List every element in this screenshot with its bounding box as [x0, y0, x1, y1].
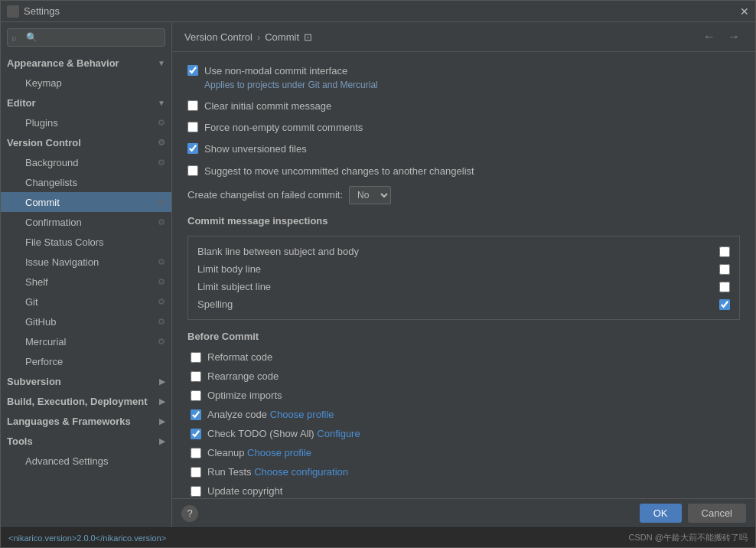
sidebar-item-plugins[interactable]: Plugins ⚙ [1, 113, 171, 132]
close-button[interactable]: ✕ [740, 5, 749, 18]
analyze-checkbox[interactable] [191, 409, 201, 420]
sidebar-item-build[interactable]: Build, Execution, Deployment ▶ [1, 391, 171, 411]
settings-icon: ⚙ [158, 257, 165, 267]
nav-back-button[interactable]: ← [700, 28, 719, 45]
settings-icon: ⚙ [158, 317, 165, 327]
titlebar-left: Settings [7, 5, 60, 18]
help-button[interactable]: ? [181, 505, 198, 522]
sidebar-item-keymap[interactable]: Keymap [1, 73, 171, 93]
before-reformat: Reformat code [187, 351, 740, 363]
sidebar-item-git[interactable]: Git ⚙ [1, 292, 171, 312]
sidebar-item-perforce[interactable]: Perforce [1, 351, 171, 371]
nav-forward-button[interactable]: → [725, 28, 743, 45]
sidebar-item-issue-navigation[interactable]: Issue Navigation ⚙ [1, 252, 171, 272]
suggest-move-label: Suggest to move uncommitted changes to a… [204, 165, 474, 178]
sidebar-item-appearance[interactable]: Appearance & Behavior ▼ [1, 53, 171, 73]
blank-line-checkbox[interactable] [719, 246, 730, 257]
before-cleanup: Cleanup Choose profile [187, 447, 740, 458]
inspection-blank-line: Blank line between subject and body [197, 243, 730, 260]
bottom-bar: <nikarico.version>2.0.0</nikarico.versio… [1, 527, 755, 547]
checkbox-show-unversioned: Show unversioned files [187, 142, 740, 156]
sidebar-item-background[interactable]: Background ⚙ [1, 152, 171, 172]
sidebar-item-languages[interactable]: Languages & Frameworks ▶ [1, 411, 171, 431]
ok-button[interactable]: OK [640, 504, 682, 523]
clear-initial-checkbox[interactable] [187, 100, 198, 111]
inspections-block: Blank line between subject and body Limi… [187, 236, 740, 320]
sidebar-item-file-status-colors[interactable]: File Status Colors [1, 232, 171, 252]
sidebar-item-github[interactable]: GitHub ⚙ [1, 312, 171, 331]
check-todo-checkbox[interactable] [191, 429, 201, 439]
breadcrumb-icon: ⊡ [304, 31, 312, 43]
breadcrumb: Version Control › Commit ⊡ [184, 31, 312, 43]
limit-body-checkbox[interactable] [719, 264, 730, 275]
breadcrumb-parent: Version Control [184, 31, 253, 43]
sidebar-item-editor[interactable]: Editor ▼ [1, 93, 171, 113]
cancel-button[interactable]: Cancel [688, 504, 746, 523]
footer-left: ? [181, 505, 198, 522]
force-non-empty-label: Force non-empty commit comments [204, 121, 363, 135]
reformat-checkbox[interactable] [191, 352, 201, 363]
before-optimize: Optimize imports [187, 390, 740, 401]
run-tests-checkbox[interactable] [191, 467, 201, 478]
expand-arrow: ▶ [159, 377, 165, 386]
settings-icon: ⚙ [158, 197, 165, 207]
suggest-move-checkbox[interactable] [187, 165, 198, 176]
right-panel: Version Control › Commit ⊡ ← → Use non-m… [172, 22, 755, 527]
analyze-label: Analyze code Choose profile [207, 409, 334, 420]
sidebar-item-shelf[interactable]: Shelf ⚙ [1, 272, 171, 292]
rearrange-label: Rearrange code [207, 370, 279, 382]
before-commit-title: Before Commit [187, 331, 740, 342]
app-icon [7, 5, 19, 18]
checkbox-force-non-empty: Force non-empty commit comments [187, 121, 740, 135]
search-icon: ⌕ [11, 33, 17, 42]
cleanup-checkbox[interactable] [191, 448, 201, 458]
inspection-limit-body: Limit body line [197, 260, 730, 278]
before-rearrange: Rearrange code [187, 370, 740, 382]
non-modal-checkbox[interactable] [187, 65, 198, 76]
sidebar-item-confirmation[interactable]: Confirmation ⚙ [1, 212, 171, 232]
checkbox-non-modal: Use non-modal commit interface Applies t… [187, 64, 740, 92]
bottom-code: <nikarico.version>2.0.0</nikarico.versio… [8, 533, 166, 543]
rearrange-checkbox[interactable] [191, 371, 201, 382]
breadcrumb-current: Commit [265, 31, 299, 43]
expand-arrow: ▶ [159, 397, 165, 406]
settings-icon: ⚙ [158, 217, 165, 227]
settings-icon: ⚙ [158, 337, 165, 347]
configure-link[interactable]: Configure [317, 428, 360, 439]
watermark: CSDN @午龄大莂不能搬砖了吗 [629, 532, 748, 543]
optimize-label: Optimize imports [207, 390, 282, 401]
sidebar-item-commit[interactable]: Commit ⚙ [1, 192, 171, 212]
settings-icon: ⚙ [158, 297, 165, 307]
panel-navigation: ← → [700, 28, 743, 45]
non-modal-label: Use non-modal commit interface Applies t… [204, 64, 378, 92]
panel-body: Use non-modal commit interface Applies t… [172, 52, 755, 498]
limit-subject-checkbox[interactable] [719, 282, 730, 292]
analyze-link[interactable]: Choose profile [270, 409, 334, 420]
update-copyright-checkbox[interactable] [191, 486, 201, 497]
inspection-spelling: Spelling [197, 295, 730, 313]
optimize-checkbox[interactable] [191, 390, 201, 401]
before-check-todo: Check TODO (Show All) Configure [187, 428, 740, 439]
spelling-checkbox[interactable] [719, 299, 730, 310]
search-input[interactable] [7, 28, 165, 47]
sidebar-item-version-control[interactable]: Version Control ⚙ [1, 132, 171, 152]
search-box: ⌕ [7, 28, 165, 47]
sidebar-item-mercurial[interactable]: Mercurial ⚙ [1, 331, 171, 351]
run-tests-label: Run Tests Choose configuration [207, 466, 348, 478]
cleanup-link[interactable]: Choose profile [247, 447, 311, 458]
sidebar-item-tools[interactable]: Tools ▶ [1, 431, 171, 451]
before-run-tests: Run Tests Choose configuration [187, 466, 740, 478]
window-title: Settings [24, 5, 60, 17]
force-non-empty-checkbox[interactable] [187, 122, 198, 132]
titlebar: Settings ✕ [1, 1, 755, 22]
changelist-label: Create changelist on failed commit: [187, 189, 343, 201]
expand-arrow: ▶ [159, 417, 165, 426]
choose-config-link[interactable]: Choose configuration [254, 466, 348, 478]
changelist-dropdown[interactable]: No Yes Ask [349, 186, 391, 204]
gear-icon: ⚙ [158, 138, 165, 148]
sidebar-item-advanced[interactable]: Advanced Settings [1, 451, 171, 471]
before-update-copyright: Update copyright [187, 485, 740, 497]
show-unversioned-checkbox[interactable] [187, 143, 198, 154]
sidebar-item-changelists[interactable]: Changelists [1, 172, 171, 192]
sidebar-item-subversion[interactable]: Subversion ▶ [1, 371, 171, 391]
